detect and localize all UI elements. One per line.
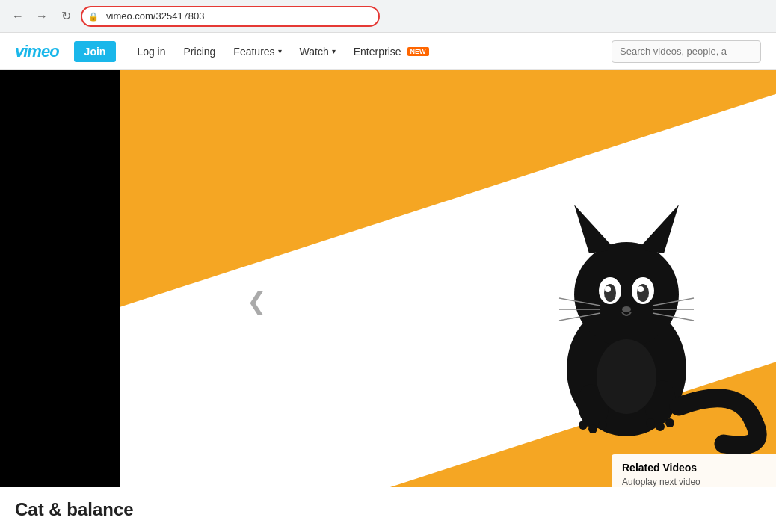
vimeo-logo[interactable]: vimeo [15, 42, 59, 61]
svg-point-6 [605, 286, 611, 292]
enterprise-badge: NEW [407, 47, 429, 56]
svg-point-8 [637, 284, 649, 302]
page-title-bar: Cat & balance [0, 487, 776, 532]
video-container[interactable]: ❮ ▶ 00:27 🔊 Related Videos Autoplay next… [120, 70, 776, 532]
svg-point-14 [588, 424, 597, 433]
join-button[interactable]: Join [74, 41, 117, 62]
nav-arrow-left[interactable]: ❮ [247, 287, 267, 315]
nav-login[interactable]: Log in [128, 46, 174, 58]
autoplay-text[interactable]: Autoplay next video [622, 477, 766, 487]
svg-point-13 [579, 421, 588, 430]
url-bar-container: 🔒 [81, 6, 380, 27]
svg-point-15 [598, 421, 607, 430]
svg-point-18 [665, 418, 674, 427]
forward-icon: → [36, 10, 48, 23]
watch-chevron-icon: ▾ [332, 47, 336, 55]
vimeo-nav: vimeo Join Log in Pricing Features ▾ Wat… [0, 33, 776, 70]
nav-watch[interactable]: Watch ▾ [291, 46, 345, 58]
refresh-icon: ↻ [61, 9, 71, 23]
forward-button[interactable]: → [33, 7, 51, 25]
svg-marker-3 [638, 205, 679, 253]
nav-enterprise[interactable]: Enterprise NEW [345, 46, 438, 58]
pricing-label: Pricing [184, 46, 216, 58]
svg-point-5 [604, 284, 616, 302]
features-label: Features [233, 46, 274, 58]
back-button[interactable]: ← [9, 7, 27, 25]
login-label: Log in [137, 46, 165, 58]
back-icon: ← [12, 10, 24, 23]
enterprise-label: Enterprise [354, 46, 401, 58]
watch-label: Watch [300, 46, 329, 58]
related-header: Related Videos [622, 462, 766, 474]
browser-chrome: ← → ↻ 🔒 [0, 0, 776, 33]
svg-point-9 [638, 286, 644, 292]
svg-point-19 [597, 339, 656, 414]
black-sidebar [0, 70, 120, 532]
search-input[interactable] [612, 40, 761, 63]
nav-pricing[interactable]: Pricing [175, 46, 225, 58]
svg-point-17 [656, 422, 665, 431]
cat-scene [120, 70, 776, 495]
nav-features[interactable]: Features ▾ [224, 46, 290, 58]
svg-marker-2 [574, 205, 615, 253]
svg-point-10 [622, 306, 631, 312]
vimeo-logo-text: vimeo [15, 42, 59, 61]
main-content: ❮ ▶ 00:27 🔊 Related Videos Autoplay next… [0, 70, 776, 532]
url-bar[interactable] [81, 6, 380, 27]
svg-point-16 [646, 418, 655, 427]
refresh-button[interactable]: ↻ [57, 7, 75, 25]
page-title: Cat & balance [15, 499, 134, 520]
cat-illustration [477, 145, 776, 459]
svg-point-1 [574, 242, 679, 347]
features-chevron-icon: ▾ [278, 47, 282, 55]
lock-icon: 🔒 [88, 11, 99, 21]
